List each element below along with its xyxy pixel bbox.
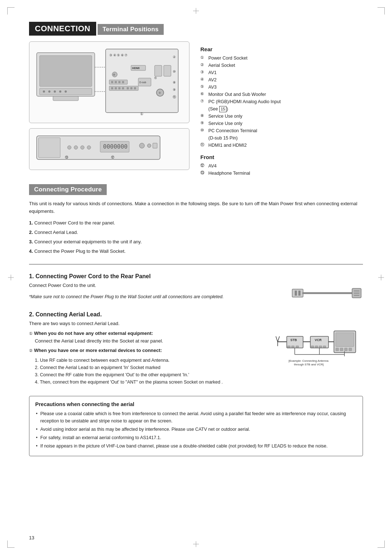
- svg-rect-31: [111, 87, 113, 89]
- rear-item-4: ④AV2: [200, 76, 363, 84]
- svg-rect-90: [336, 333, 354, 347]
- corner-mark-br: [377, 540, 385, 548]
- svg-rect-28: [118, 81, 121, 83]
- svg-rect-85: [315, 346, 318, 348]
- step1-text-area: Connect Power Cord to the unit. *Make su…: [29, 282, 283, 304]
- svg-text:⑨: ⑨: [173, 88, 176, 92]
- svg-line-73: [276, 336, 278, 342]
- rear-item-7: ⑦PC (RGB)/HDMI Analog Audio Input: [200, 98, 363, 105]
- step2-option2: ② When you have one or more external dev…: [29, 347, 265, 355]
- aerial-text: There are two ways to connect Aerial Lea…: [29, 320, 265, 387]
- rear-items-list: ①Power Cord Socket ②Aerial Socket ③AV1 ④…: [200, 54, 363, 149]
- step-3: 3. Connect your external equipments to t…: [29, 238, 363, 246]
- svg-rect-78: [287, 346, 290, 348]
- cross-left: [7, 274, 15, 281]
- corner-mark-bl: [7, 540, 15, 548]
- svg-point-55: [81, 146, 84, 149]
- corner-mark-tl: [7, 7, 15, 15]
- svg-rect-10: [40, 56, 92, 86]
- svg-text:⑩: ⑩: [173, 70, 176, 73]
- procedure-steps-list: 1. Connect Power Cord to the rear panel.…: [29, 219, 363, 255]
- step2-option1: ① When you do not have any other externa…: [29, 330, 265, 345]
- svg-rect-66: [298, 291, 301, 296]
- step-2: 2. Connect Aerial Lead.: [29, 228, 363, 236]
- svg-text:HDMI: HDMI: [132, 66, 139, 70]
- svg-point-14: [54, 90, 56, 93]
- cross-right: [377, 274, 385, 281]
- svg-text:⑪: ⑪: [173, 95, 176, 99]
- precautions-list: Please use a coaxial cable which is free…: [35, 410, 357, 450]
- section-divider: [29, 264, 363, 264]
- svg-text:⑫: ⑫: [111, 155, 114, 159]
- svg-rect-93: [344, 348, 347, 351]
- rear-item-5: ⑤AV3: [200, 84, 363, 91]
- svg-text:①: ①: [140, 112, 143, 116]
- svg-rect-33: [118, 87, 121, 89]
- substep-2: 2. Connect the Aerial Lead to an equipme…: [35, 364, 265, 371]
- svg-rect-9: [53, 96, 78, 101]
- svg-point-56: [87, 146, 91, 149]
- rear-item-7b: (See 15): [200, 105, 363, 113]
- precaution-4: If noise appears in the picture of VHF-L…: [35, 442, 357, 450]
- svg-rect-35: [127, 87, 129, 89]
- svg-text:③ ④ ⑤ ⑥ ⑦: ③ ④ ⑤ ⑥ ⑦: [109, 53, 127, 57]
- svg-text:0000000: 0000000: [103, 143, 127, 150]
- svg-point-16: [65, 90, 67, 93]
- substep-1: 1. Use RF cable to connect between each …: [35, 357, 265, 364]
- badge-15: 15: [219, 106, 226, 112]
- svg-rect-86: [319, 346, 322, 348]
- svg-text:⑪: ⑪: [154, 77, 157, 79]
- rear-item-8: ⑧Service Use only: [200, 113, 363, 120]
- svg-text:through STB and VCR]: through STB and VCR]: [294, 363, 324, 366]
- svg-point-15: [59, 90, 61, 93]
- rear-item-10: ⑩PC Connection Terminal: [200, 127, 363, 134]
- front-title: Front: [200, 154, 363, 160]
- svg-text:⑧: ⑧: [173, 81, 176, 84]
- step1-text2: *Make sure not to connect the Power Plug…: [29, 293, 283, 300]
- step2-substeps-list: 1. Use RF cable to connect between each …: [29, 357, 265, 386]
- svg-rect-52: [38, 138, 60, 158]
- svg-rect-26: [111, 81, 113, 83]
- svg-rect-34: [122, 87, 124, 89]
- svg-text:②: ②: [113, 73, 115, 76]
- svg-rect-80: [296, 346, 299, 348]
- svg-text:[Example: Connecting Antenna: [Example: Connecting Antenna: [289, 359, 328, 362]
- svg-point-54: [74, 146, 78, 149]
- aerial-diagram: STB VCR: [272, 320, 363, 368]
- svg-rect-32: [115, 87, 117, 89]
- rear-item-6: ⑥Monitor Out and Sub Woofer: [200, 91, 363, 98]
- procedure-intro-text: This unit is ready for various kinds of …: [29, 200, 363, 215]
- power-cord-svg: [290, 282, 363, 304]
- svg-point-53: [68, 146, 71, 149]
- svg-text:D-sub: D-sub: [139, 81, 146, 84]
- precaution-3: For safety, install an external aerial c…: [35, 434, 357, 441]
- rear-tv-svg: ③ ④ ⑤ ⑥ ⑦ HDMI ②: [33, 45, 185, 118]
- svg-rect-84: [311, 346, 314, 348]
- substep-3: 3. Connect the RF cable from the equipme…: [35, 371, 265, 378]
- svg-rect-79: [291, 346, 294, 348]
- svg-rect-92: [340, 348, 343, 351]
- svg-text:VCR: VCR: [315, 338, 322, 342]
- svg-rect-91: [336, 348, 339, 351]
- precautions-title: Precautions when connecting the aerial: [35, 401, 357, 407]
- rear-item-10b: (D-sub 15 Pin): [200, 134, 363, 142]
- rear-item-1: ①Power Cord Socket: [200, 54, 363, 62]
- precaution-1: Please use a coaxial cable which is free…: [35, 410, 357, 425]
- rear-item-2: ②Aerial Socket: [200, 62, 363, 69]
- step2-intro: There are two ways to connect Aerial Lea…: [29, 320, 265, 328]
- rear-title: Rear: [200, 46, 363, 52]
- front-item-12: ⑫AV4: [200, 162, 363, 170]
- svg-rect-64: [292, 289, 303, 297]
- svg-text:②: ②: [173, 55, 176, 59]
- svg-point-13: [48, 90, 50, 93]
- step1-diagram: [290, 282, 363, 305]
- terminal-positions-header: Terminal Positions: [98, 24, 164, 35]
- svg-rect-27: [115, 81, 117, 83]
- svg-point-12: [43, 90, 45, 93]
- svg-rect-29: [122, 81, 124, 83]
- svg-point-59: [139, 143, 144, 148]
- cross-top: [192, 7, 200, 15]
- step-1: 1. Connect Power Cord to the rear panel.: [29, 219, 363, 227]
- svg-rect-61: [153, 143, 157, 148]
- rear-tv-diagram-box: ③ ④ ⑤ ⑥ ⑦ HDMI ②: [29, 41, 189, 123]
